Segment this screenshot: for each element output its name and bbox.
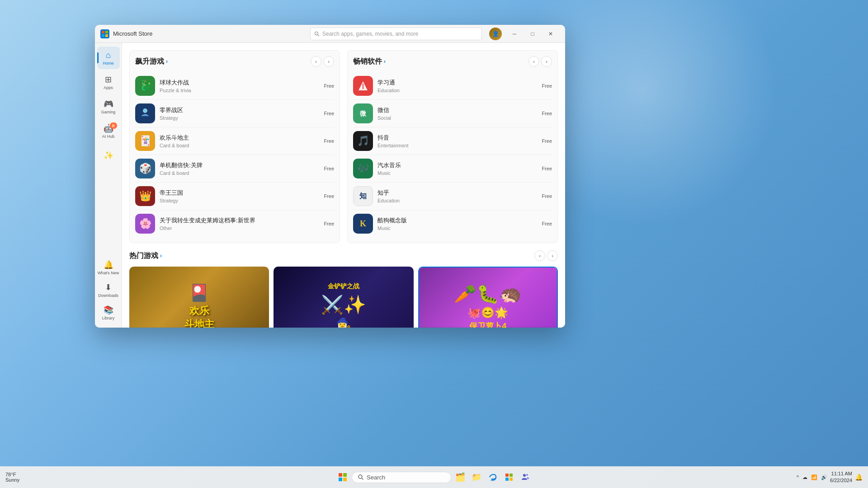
- app-icon: 🎲: [135, 159, 155, 178]
- sidebar-whatsnew-label: What's New: [98, 271, 119, 275]
- close-button[interactable]: ✕: [542, 27, 560, 41]
- search-bar[interactable]: Search apps, games, movies, and more: [310, 28, 482, 40]
- svg-rect-0: [102, 31, 104, 33]
- hot-games-title[interactable]: 热门游戏 ›: [129, 251, 162, 261]
- list-item[interactable]: 🎶 汽水音乐 Music Free: [353, 155, 552, 183]
- sidebar-item-copilot[interactable]: ✨: [97, 144, 120, 167]
- game-card-1[interactable]: 🎴 欢乐斗地主 🃏 欢乐斗地主 Card & board Free: [129, 267, 269, 328]
- svg-rect-16: [509, 478, 513, 481]
- clock[interactable]: 11:11 AM 6/22/2024: [830, 470, 852, 484]
- hot-games-header: 热门游戏 › ‹ ›: [129, 250, 558, 261]
- bestseller-next-button[interactable]: ›: [541, 56, 552, 67]
- home-icon: ⌂: [106, 51, 111, 60]
- list-item[interactable]: 👑 帝王三国 Strategy Free: [135, 183, 334, 210]
- trending-title[interactable]: 飙升游戏 ›: [135, 57, 168, 66]
- hot-games-prev-button[interactable]: ‹: [534, 250, 545, 261]
- taskbar-icon-explorer[interactable]: 📁: [469, 470, 484, 484]
- sidebar-item-aihub[interactable]: 新 🤖 AI Hub: [97, 120, 120, 142]
- list-item[interactable]: 🃏 欢乐斗地主 Card & board Free: [135, 127, 334, 155]
- volume-icon[interactable]: 🔊: [821, 474, 827, 480]
- list-item[interactable]: 零界战区 Strategy Free: [135, 100, 334, 127]
- svg-point-4: [315, 32, 318, 35]
- minimize-button[interactable]: ─: [505, 27, 524, 41]
- svg-point-11: [359, 475, 362, 479]
- app-category: Music: [377, 225, 537, 231]
- sidebar-item-downloads[interactable]: ⬇ Downloads: [97, 279, 120, 301]
- sidebar-item-home[interactable]: ⌂ Home: [97, 47, 120, 69]
- trending-prev-button[interactable]: ‹: [311, 56, 321, 67]
- app-info: 微信 Social: [377, 106, 537, 121]
- app-category: Music: [377, 170, 537, 176]
- taskbar-right: ^ ☁ 📶 🔊 11:11 AM 6/22/2024 🔔: [797, 470, 863, 484]
- app-name: 球球大作战: [160, 79, 319, 87]
- taskbar-icon-teams[interactable]: [518, 470, 533, 484]
- app-icon: 🌸: [135, 214, 155, 234]
- hot-games-next-button[interactable]: ›: [547, 250, 558, 261]
- app-icon: 🐉: [135, 76, 155, 96]
- taskbar-search-bar[interactable]: Search: [352, 472, 451, 483]
- list-item[interactable]: 🌸 关于我转生变成史莱姆这档事:新世界 Other Free: [135, 210, 334, 237]
- sidebar-item-whatsnew[interactable]: 🔔 What's New: [97, 256, 120, 279]
- svg-rect-3: [105, 34, 108, 37]
- list-item[interactable]: 知 知乎 Education Free: [353, 183, 552, 210]
- sidebar-item-library[interactable]: 📚 Library: [97, 301, 120, 324]
- trending-next-button[interactable]: ›: [323, 56, 334, 67]
- library-icon: 📚: [104, 305, 113, 315]
- app-icon: [135, 103, 155, 123]
- bestseller-nav: ‹ ›: [528, 56, 552, 67]
- app-category: Entertainment: [377, 143, 537, 148]
- game-card-info: 🃏 欢乐斗地主 Card & board Free: [129, 326, 269, 328]
- app-info: 帝王三国 Strategy: [160, 189, 319, 203]
- app-price: Free: [542, 221, 552, 226]
- notification-icon[interactable]: 🔔: [855, 474, 863, 481]
- svg-rect-13: [505, 474, 509, 477]
- user-avatar[interactable]: 👤: [489, 28, 502, 40]
- wifi-icon: 📶: [811, 474, 817, 480]
- app-info: 球球大作战 Puzzle & trivia: [160, 79, 319, 93]
- weather-desc: Sunny: [5, 477, 19, 483]
- bestseller-prev-button[interactable]: ‹: [528, 56, 539, 67]
- maximize-button[interactable]: □: [524, 27, 542, 41]
- list-item[interactable]: 学习通 Education Free: [353, 72, 552, 100]
- hot-games-grid: 🎴 欢乐斗地主 🃏 欢乐斗地主 Card & board Free: [129, 267, 558, 328]
- app-category: Education: [377, 88, 537, 93]
- svg-line-5: [318, 35, 319, 36]
- app-icon: 🎵: [353, 131, 373, 151]
- apps-icon: ⊞: [105, 75, 112, 84]
- sidebar-item-gaming[interactable]: 🎮 Gaming: [97, 95, 120, 118]
- game-card-info: 🥕 保卫萝卜4 Strategy Free: [419, 325, 557, 328]
- app-price: Free: [324, 138, 334, 144]
- app-info: 零界战区 Strategy: [160, 106, 319, 121]
- bestseller-section: 畅销软件 › ‹ ›: [347, 50, 558, 243]
- app-info: 关于我转生变成史莱姆这档事:新世界 Other: [160, 216, 319, 231]
- expand-tray-icon[interactable]: ^: [797, 474, 799, 480]
- taskbar-icon-store[interactable]: [502, 470, 516, 484]
- start-button[interactable]: [335, 470, 350, 484]
- list-item[interactable]: 微 微信 Social Free: [353, 100, 552, 127]
- app-price: Free: [324, 83, 334, 89]
- list-item[interactable]: K 酷狗概念版 Music Free: [353, 210, 552, 237]
- list-item[interactable]: 🎵 抖音 Entertainment Free: [353, 127, 552, 155]
- app-name: 学习通: [377, 79, 537, 87]
- list-item[interactable]: 🎲 单机翻倍快:关牌 Card & board Free: [135, 155, 334, 183]
- taskbar-icon-files[interactable]: 🗂️: [453, 470, 467, 484]
- game-card-3[interactable]: 🥕🐛🦔 🐙😊🌟 保卫萝卜4 🥕 保卫萝卜4 Strategy: [418, 267, 558, 328]
- app-category: Other: [160, 225, 319, 231]
- store-logo-icon: [100, 29, 109, 38]
- game-card-2[interactable]: 金铲铲之战 ⚔️✨ 🧙‍♀️ ⚔ 金铲铲之战 Strategy Free: [274, 267, 413, 328]
- svg-text:微: 微: [359, 110, 367, 117]
- svg-point-18: [526, 474, 528, 476]
- app-icon: 🎶: [353, 159, 373, 178]
- taskbar-icon-edge[interactable]: [486, 470, 500, 484]
- system-tray: ^ ☁ 📶 🔊: [797, 474, 827, 480]
- trending-nav: ‹ ›: [311, 56, 334, 67]
- app-name: 酷狗概念版: [377, 216, 537, 225]
- store-window: Microsoft Store Search apps, games, movi…: [95, 25, 565, 328]
- sidebar-apps-label: Apps: [104, 85, 113, 90]
- bestseller-arrow-icon: ›: [384, 58, 386, 65]
- app-icon: 知: [353, 186, 373, 206]
- list-item[interactable]: 🐉 球球大作战 Puzzle & trivia Free: [135, 72, 334, 100]
- bestseller-title[interactable]: 畅销软件 ›: [353, 57, 386, 66]
- sidebar-item-apps[interactable]: ⊞ Apps: [97, 71, 120, 94]
- weather-info: 78°F Sunny: [5, 472, 19, 483]
